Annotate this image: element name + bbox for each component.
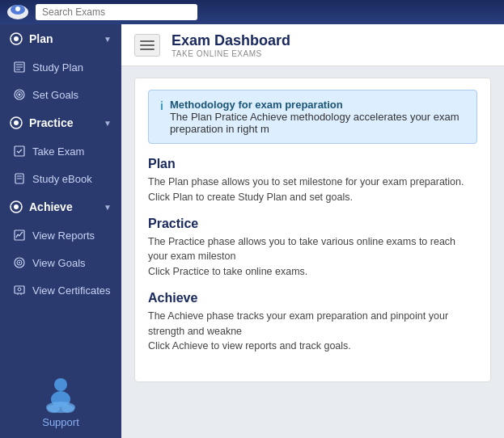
content-header: Exam Dashboard TAKE ONLINE EXAMS bbox=[121, 24, 504, 66]
svg-point-13 bbox=[14, 120, 19, 125]
svg-rect-14 bbox=[15, 146, 24, 156]
practice-chevron: ▼ bbox=[104, 119, 112, 128]
header-text: Exam Dashboard TAKE ONLINE EXAMS bbox=[172, 32, 290, 58]
practice-heading: Practice bbox=[148, 217, 477, 231]
hamburger-line-1 bbox=[140, 40, 155, 42]
main-card: i Methodology for exam preparation The P… bbox=[134, 78, 491, 382]
search-input[interactable] bbox=[36, 4, 197, 20]
info-icon: i bbox=[160, 99, 163, 112]
info-banner-content: Methodology for exam preparation The Pla… bbox=[170, 99, 465, 135]
svg-line-24 bbox=[21, 232, 23, 234]
svg-point-11 bbox=[19, 94, 21, 96]
sidebar-item-take-exam[interactable]: Take Exam bbox=[0, 137, 121, 165]
achieve-section: Achieve The Achieve phase tracks your ex… bbox=[148, 291, 477, 354]
app-logo bbox=[6, 3, 29, 21]
practice-section: Practice The Practice phase allows you t… bbox=[148, 217, 477, 280]
svg-line-21 bbox=[16, 234, 18, 238]
view-certificates-icon bbox=[13, 284, 26, 297]
page-subtitle: TAKE ONLINE EXAMS bbox=[172, 49, 290, 58]
svg-rect-28 bbox=[15, 286, 24, 293]
plan-heading: Plan bbox=[148, 157, 477, 171]
plan-text: The Plan phase allows you to set milesto… bbox=[148, 175, 477, 205]
content-area: Exam Dashboard TAKE ONLINE EXAMS i Metho… bbox=[121, 24, 504, 438]
svg-line-23 bbox=[19, 234, 21, 236]
sidebar-item-study-ebook[interactable]: Study eBook bbox=[0, 165, 121, 192]
hamburger-button[interactable] bbox=[134, 34, 160, 57]
svg-point-27 bbox=[19, 262, 20, 263]
study-ebook-icon bbox=[13, 172, 26, 185]
achieve-text: The Achieve phase tracks your exam prepa… bbox=[148, 309, 477, 354]
sidebar: Plan ▼ Study Plan bbox=[0, 24, 121, 438]
set-goals-icon bbox=[13, 88, 26, 101]
page-title: Exam Dashboard bbox=[172, 32, 290, 49]
info-banner-text: The Plan Pratice Achieve methodology acc… bbox=[170, 111, 465, 135]
plan-section: Plan The Plan phase allows you to set mi… bbox=[148, 157, 477, 205]
svg-point-2 bbox=[15, 6, 20, 11]
info-banner: i Methodology for exam preparation The P… bbox=[148, 90, 477, 144]
svg-point-32 bbox=[54, 378, 67, 391]
study-plan-icon bbox=[13, 61, 26, 74]
svg-point-4 bbox=[14, 36, 19, 41]
main-layout: Plan ▼ Study Plan bbox=[0, 24, 504, 438]
top-bar bbox=[0, 0, 504, 24]
achieve-chevron: ▼ bbox=[104, 203, 112, 212]
plan-chevron: ▼ bbox=[104, 35, 112, 44]
content-body: i Methodology for exam preparation The P… bbox=[121, 66, 504, 438]
sidebar-section-achieve[interactable]: Achieve ▼ bbox=[0, 192, 121, 221]
plan-icon bbox=[10, 32, 23, 45]
info-banner-title: Methodology for exam preparation bbox=[170, 99, 465, 111]
practice-icon bbox=[10, 116, 23, 129]
sidebar-item-set-goals[interactable]: Set Goals bbox=[0, 81, 121, 108]
view-reports-icon bbox=[13, 229, 26, 242]
svg-point-35 bbox=[47, 405, 60, 413]
hamburger-line-3 bbox=[140, 48, 155, 50]
sidebar-item-view-goals[interactable]: View Goals bbox=[0, 249, 121, 276]
sidebar-support[interactable]: Support bbox=[0, 364, 121, 438]
hamburger-line-2 bbox=[140, 44, 155, 46]
svg-point-19 bbox=[14, 204, 19, 209]
take-exam-icon bbox=[13, 145, 26, 158]
practice-text: The Practice phase allows you to take va… bbox=[148, 234, 477, 280]
svg-point-36 bbox=[61, 405, 74, 413]
achieve-heading: Achieve bbox=[148, 291, 477, 305]
svg-point-29 bbox=[18, 288, 21, 291]
sidebar-section-practice[interactable]: Practice ▼ bbox=[0, 108, 121, 137]
sidebar-item-view-reports[interactable]: View Reports bbox=[0, 221, 121, 249]
sidebar-item-study-plan[interactable]: Study Plan bbox=[0, 53, 121, 81]
achieve-icon bbox=[10, 200, 23, 213]
view-goals-icon bbox=[13, 256, 26, 269]
sidebar-section-plan[interactable]: Plan ▼ bbox=[0, 24, 121, 53]
sidebar-item-view-certificates[interactable]: View Certificates bbox=[0, 276, 121, 304]
